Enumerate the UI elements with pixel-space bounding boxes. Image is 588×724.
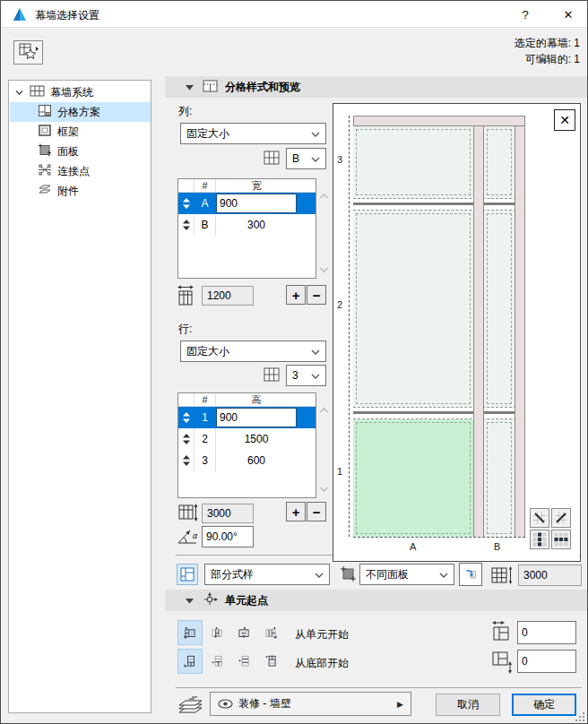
columns-table: # 宽 A B 300	[177, 178, 316, 279]
row-drag-handle[interactable]	[178, 214, 195, 236]
tree-expander-icon[interactable]	[15, 86, 23, 99]
help-button[interactable]: ?	[505, 1, 546, 28]
row-id: 3	[195, 450, 216, 471]
preview-close-button[interactable]: ✕	[554, 109, 575, 131]
remove-column-button[interactable]: −	[307, 285, 326, 305]
preview-col-label: B	[494, 541, 500, 552]
origin-bottom-button[interactable]	[177, 649, 203, 674]
origin-unit-right-button[interactable]	[258, 620, 283, 645]
favorites-icon	[19, 43, 39, 62]
columns-id-select[interactable]: B	[286, 148, 326, 169]
preview-transom[interactable]	[353, 198, 525, 211]
pattern-style-icon	[177, 564, 198, 585]
layer-select[interactable]: 装修 - 墙壁 ▶	[210, 692, 411, 716]
diagonal-backslash-button[interactable]	[530, 508, 549, 528]
columns-size-mode-select[interactable]: 固定大小	[180, 123, 326, 144]
row-id: 1	[195, 407, 216, 428]
editable-count-label: 可编辑的: 1	[525, 52, 580, 67]
offset-vertical-icon	[491, 651, 513, 677]
scheme-icon	[38, 104, 52, 120]
favorites-button[interactable]	[13, 40, 43, 65]
remove-row-button[interactable]: −	[307, 502, 326, 521]
tree-item-panel[interactable]: 面板	[10, 142, 151, 161]
mirror-row-button[interactable]	[551, 530, 571, 549]
panel-mode-select[interactable]: 不同面板	[359, 564, 454, 585]
scroll-up-icon[interactable]	[319, 404, 329, 417]
table-row[interactable]: 2 1500	[178, 428, 316, 450]
ok-button[interactable]: 确定	[512, 694, 576, 716]
row-drag-handle[interactable]	[178, 193, 195, 214]
svg-text:α: α	[192, 531, 198, 540]
cancel-button[interactable]: 取消	[436, 694, 500, 716]
scroll-up-icon[interactable]	[319, 190, 329, 203]
row-drag-handle[interactable]	[178, 407, 195, 428]
offset-vertical-input[interactable]	[517, 650, 576, 673]
collapse-triangle-icon	[186, 81, 194, 93]
close-button[interactable]: ✕	[548, 1, 588, 28]
origin-bottom-second-button[interactable]	[204, 649, 229, 674]
preview-top-frame[interactable]	[353, 116, 525, 126]
angle-field-wrap	[202, 526, 254, 547]
columns-label: 列:	[178, 104, 192, 119]
preview-panel-a3[interactable]	[353, 126, 473, 198]
pattern-preview: 3 2 1 A B ✕	[333, 103, 581, 562]
column-width-value[interactable]: 300	[216, 214, 297, 236]
row-height-input[interactable]	[216, 408, 297, 427]
preview-mullion[interactable]	[473, 116, 484, 537]
origin-unit-left-button[interactable]	[177, 620, 203, 645]
table-row[interactable]: A	[178, 193, 316, 214]
origin-top-button[interactable]	[258, 649, 283, 674]
row-height-value[interactable]: 600	[216, 450, 297, 471]
pattern-style-select[interactable]: 部分式样	[204, 564, 330, 585]
tree-item-frame[interactable]: 框架	[10, 122, 151, 142]
preview-panel-b2[interactable]	[484, 211, 514, 407]
rows-id-select[interactable]: 3	[286, 365, 326, 386]
joint-icon	[38, 163, 52, 179]
rows-grid-icon	[263, 366, 281, 386]
preview-panel-b1[interactable]	[484, 419, 514, 537]
table-row[interactable]: B 300	[178, 214, 316, 236]
preview-transom[interactable]	[353, 407, 525, 419]
diagonal-slash-button[interactable]	[551, 508, 571, 528]
row-height-value[interactable]: 1500	[216, 428, 297, 450]
row-drag-handle[interactable]	[178, 428, 195, 450]
frame-icon	[38, 124, 52, 140]
origin-unit-center-button[interactable]	[231, 620, 256, 645]
row-id: 2	[195, 428, 216, 450]
preview-panel-b3[interactable]	[484, 126, 514, 198]
preview-panel-a1-selected[interactable]	[353, 419, 473, 537]
rows-size-mode-select[interactable]: 固定大小	[180, 340, 326, 362]
offset-horizontal-input[interactable]	[517, 621, 576, 644]
mirror-column-button[interactable]	[530, 530, 549, 549]
table-row[interactable]: 1	[178, 407, 316, 428]
tree-item-joint[interactable]: 连接点	[10, 161, 151, 181]
column-width-input[interactable]	[216, 194, 297, 213]
angle-input[interactable]	[202, 526, 254, 547]
tree-item-accessory[interactable]: 附件	[10, 181, 151, 201]
rows-label: 行:	[178, 322, 192, 337]
add-column-button[interactable]: +	[286, 285, 306, 305]
tree-item-curtain-wall-system[interactable]: 幕墙系统	[10, 82, 151, 102]
preview-mullion[interactable]	[514, 116, 525, 537]
resize-grip[interactable]	[576, 713, 584, 721]
add-row-button[interactable]: +	[286, 502, 306, 521]
section-header-pattern[interactable]: 分格样式和预览	[165, 76, 588, 98]
section-title: 分格样式和预览	[225, 80, 300, 95]
table-row[interactable]: 3 600	[178, 450, 316, 471]
tree-item-scheme[interactable]: 分格方案	[10, 102, 151, 122]
row-drag-handle[interactable]	[178, 450, 195, 471]
preview-panel-a2[interactable]	[353, 211, 473, 407]
eye-icon[interactable]	[218, 699, 233, 709]
scroll-down-icon[interactable]	[319, 263, 329, 276]
rows-table-header: # 高	[178, 393, 316, 407]
origin-unit-second-button[interactable]	[204, 620, 229, 645]
collapse-triangle-icon	[186, 594, 194, 607]
rows-total-field: 3000	[202, 504, 254, 523]
origin-bottom-center-button[interactable]	[231, 649, 256, 674]
section-header-origin[interactable]: 单元起点	[165, 590, 588, 611]
flyout-arrow-icon: ▶	[397, 700, 403, 709]
apply-to-panels-button[interactable]	[459, 563, 482, 586]
from-unit-label: 从单元开始	[295, 627, 349, 642]
scroll-down-icon[interactable]	[319, 483, 329, 496]
section-title: 单元起点	[225, 593, 268, 608]
